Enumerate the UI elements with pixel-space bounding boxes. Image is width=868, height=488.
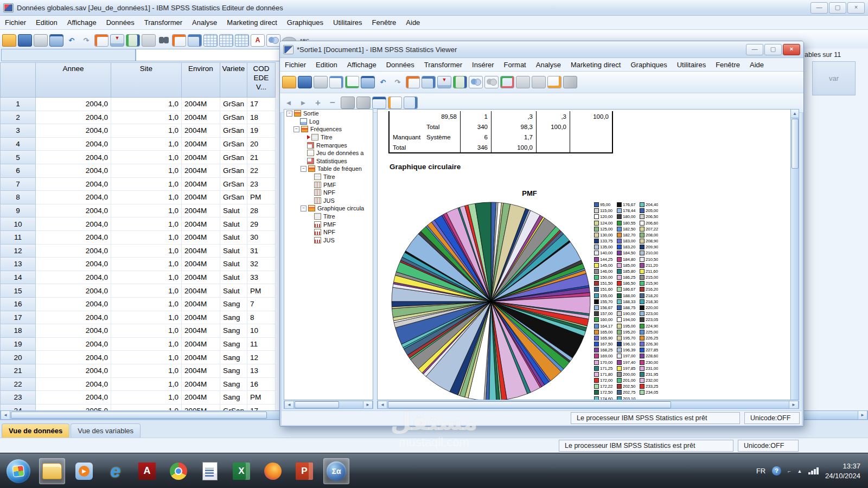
data-cell[interactable]: 2004,0: [36, 138, 111, 151]
data-cell[interactable]: 2004,0: [36, 151, 111, 164]
data-cell[interactable]: 32: [247, 258, 276, 271]
tree-collapse-toggle[interactable]: −: [301, 206, 307, 211]
data-cell[interactable]: 1,0: [111, 111, 182, 125]
column-header-variete[interactable]: Variete: [220, 62, 247, 98]
viewer-copy-gray-icon[interactable]: [516, 76, 530, 88]
viewer-venn-icon[interactable]: [469, 76, 483, 88]
data-cell[interactable]: 1,0: [111, 164, 182, 178]
viewer-menu-fen-tre[interactable]: Fenêtre: [711, 59, 745, 70]
row-number[interactable]: 20: [0, 351, 36, 364]
data-cell[interactable]: 2004,0: [36, 378, 111, 391]
outline-item-titre[interactable]: Titre: [284, 133, 373, 142]
outline-scroll-right[interactable]: ►: [363, 401, 373, 408]
data-cell[interactable]: 2004M: [182, 191, 220, 204]
scroll-right-arrow[interactable]: ►: [858, 411, 867, 419]
row-number[interactable]: 8: [0, 191, 36, 204]
data-cell[interactable]: 31: [247, 245, 276, 258]
viewer-venn-gray-icon[interactable]: [484, 76, 499, 88]
data-cell[interactable]: 2004M: [182, 271, 220, 285]
menu-utilitaires[interactable]: Utilitaires: [328, 17, 367, 28]
viewer-maximize-button[interactable]: ▢: [764, 44, 782, 55]
taskbar-icon-ppt[interactable]: P: [292, 459, 317, 484]
column-header-site[interactable]: Site: [111, 62, 182, 98]
data-cell[interactable]: Sang: [220, 298, 247, 311]
outline-item-statistiques[interactable]: Statistiques: [284, 157, 373, 165]
output-pane[interactable]: 89,581,3,3100,0Total34098,3100,0Manquant…: [377, 109, 795, 400]
viewer-variables-list-icon[interactable]: [453, 76, 467, 88]
viewer-titlebar[interactable]: *Sortie1 [Document1] - IBM SPSS Statisti…: [280, 41, 803, 58]
row-number[interactable]: 6: [0, 164, 36, 178]
data-cell[interactable]: 1,0: [111, 284, 182, 298]
row-number[interactable]: 13: [0, 258, 36, 271]
data-cell[interactable]: 1,0: [111, 404, 182, 410]
data-cell[interactable]: Salut: [220, 258, 247, 271]
grid-icon[interactable]: [219, 34, 233, 47]
data-cell[interactable]: Sang: [220, 311, 247, 325]
data-cell[interactable]: Sang: [220, 324, 247, 338]
row-number[interactable]: 5: [0, 151, 36, 164]
data-cell[interactable]: 1,0: [111, 178, 182, 191]
data-cell[interactable]: GrSan: [220, 111, 247, 125]
data-cell[interactable]: 2004M: [182, 204, 220, 218]
data-cell[interactable]: 2004,0: [36, 364, 111, 378]
tray-popup-icon[interactable]: ⌐: [788, 468, 790, 474]
data-cell[interactable]: 2004,0: [36, 245, 111, 258]
data-cell[interactable]: 1,0: [111, 258, 182, 271]
data-cell[interactable]: PM: [247, 284, 276, 298]
outline-item-fr-quences[interactable]: −Fréquences: [284, 125, 373, 133]
outline-item-log[interactable]: Log: [284, 118, 373, 126]
viewer-menu-ins-rer[interactable]: Insérer: [467, 59, 499, 70]
outline-insert-heading-icon[interactable]: [388, 97, 402, 109]
data-cell[interactable]: 2004,0: [36, 231, 111, 245]
data-cell[interactable]: GrSan: [220, 124, 247, 138]
data-cell[interactable]: 2004,0: [36, 324, 111, 338]
data-cell[interactable]: 7: [247, 298, 276, 311]
data-cell[interactable]: GrSan: [220, 138, 247, 151]
data-cell[interactable]: GrSan: [220, 164, 247, 178]
help-tray-icon[interactable]: ?: [772, 466, 781, 476]
data-cell[interactable]: 1,0: [111, 124, 182, 138]
data-cell[interactable]: 2004M: [182, 245, 220, 258]
undo-icon[interactable]: ↶: [65, 35, 78, 46]
taskbar-icon-chrome[interactable]: [166, 459, 191, 484]
outline-item-pmf[interactable]: PMF: [284, 220, 373, 228]
data-cell[interactable]: 2004,0: [36, 217, 111, 231]
viewer-menu-edition[interactable]: Edition: [311, 59, 342, 70]
data-cell[interactable]: 22: [247, 164, 276, 178]
data-cell[interactable]: 2004,0: [36, 351, 111, 364]
data-cell[interactable]: Salut: [220, 284, 247, 298]
data-cell[interactable]: 1,0: [111, 204, 182, 218]
data-cell[interactable]: Sang: [220, 378, 247, 391]
data-cell[interactable]: 2004M: [182, 124, 220, 138]
taskbar-icon-excel[interactable]: X: [229, 459, 254, 484]
data-cell[interactable]: 2004M: [182, 351, 220, 364]
data-cell[interactable]: GrSan: [220, 191, 247, 204]
insert-variable-icon[interactable]: [110, 34, 124, 47]
data-cell[interactable]: 1,0: [111, 364, 182, 378]
viewer-doc-gray-icon[interactable]: [532, 76, 546, 88]
redo-icon[interactable]: ↷: [80, 35, 93, 46]
data-cell[interactable]: 2004M: [182, 151, 220, 164]
output-vscrollbar[interactable]: ▲: [790, 109, 799, 400]
data-cell[interactable]: 1,0: [111, 378, 182, 391]
output-vscroll-thumb[interactable]: [792, 119, 799, 169]
data-cell[interactable]: 2004,0: [36, 284, 111, 298]
grid-hscroll-thumb[interactable]: [11, 412, 267, 419]
outline-item-jus[interactable]: JUS: [284, 236, 373, 245]
maximize-button[interactable]: ▢: [829, 2, 846, 14]
tab-data-view[interactable]: Vue de données: [2, 423, 69, 438]
viewer-print-preview-icon[interactable]: [329, 76, 343, 88]
row-number[interactable]: 7: [0, 178, 36, 191]
row-number[interactable]: 15: [0, 284, 36, 298]
recall-dialog-icon[interactable]: [49, 34, 63, 47]
data-cell[interactable]: Salut: [220, 231, 247, 245]
row-number[interactable]: 19: [0, 338, 36, 351]
clock[interactable]: 13:37 24/10/2024: [825, 461, 860, 480]
row-number[interactable]: 9: [0, 204, 36, 218]
split-file-icon[interactable]: [203, 34, 218, 47]
outline-insert-text-icon[interactable]: [404, 97, 418, 109]
data-cell[interactable]: 11: [247, 338, 276, 351]
data-cell[interactable]: 1,0: [111, 98, 182, 111]
data-cell[interactable]: 30: [247, 231, 276, 245]
data-cell[interactable]: 2004M: [182, 98, 220, 111]
